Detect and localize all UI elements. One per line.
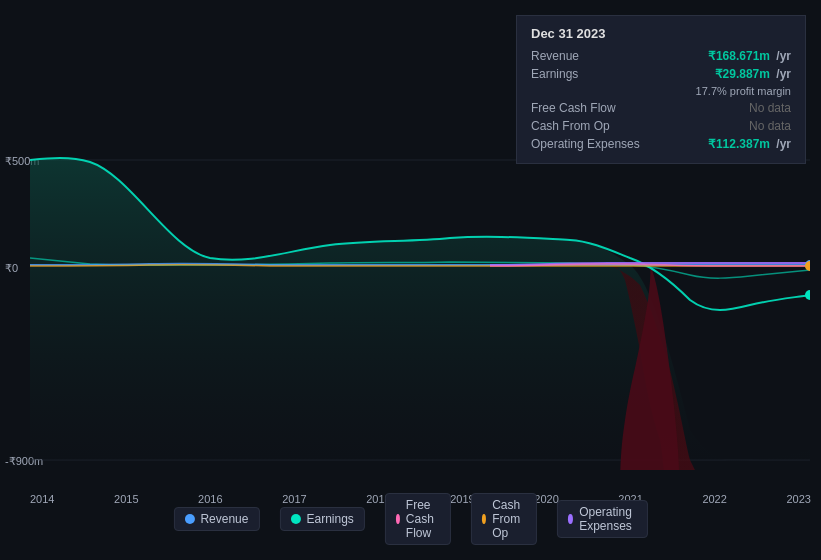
opex-legend-dot bbox=[568, 514, 573, 524]
legend-item-revenue[interactable]: Revenue bbox=[173, 507, 259, 531]
legend-item-fcf[interactable]: Free Cash Flow bbox=[385, 493, 451, 545]
legend-item-earnings[interactable]: Earnings bbox=[279, 507, 364, 531]
tooltip-row-cashfromop: Cash From Op No data bbox=[531, 117, 791, 135]
earnings-legend-label: Earnings bbox=[306, 512, 353, 526]
fcf-legend-dot bbox=[396, 514, 400, 524]
tooltip-row-fcf: Free Cash Flow No data bbox=[531, 99, 791, 117]
revenue-legend-label: Revenue bbox=[200, 512, 248, 526]
earnings-label: Earnings bbox=[531, 67, 651, 81]
earnings-legend-dot bbox=[290, 514, 300, 524]
legend-item-cashfromop[interactable]: Cash From Op bbox=[471, 493, 537, 545]
fcf-legend-label: Free Cash Flow bbox=[406, 498, 440, 540]
tooltip-row-earnings: Earnings ₹29.887m /yr bbox=[531, 65, 791, 83]
y-label-mid: ₹0 bbox=[5, 262, 18, 275]
tooltip-row-opex: Operating Expenses ₹112.387m /yr bbox=[531, 135, 791, 153]
tooltip-card: Dec 31 2023 Revenue ₹168.671m /yr Earnin… bbox=[516, 15, 806, 164]
tooltip-row-profit-margin: 17.7% profit margin bbox=[531, 83, 791, 99]
x-label-2022: 2022 bbox=[702, 493, 726, 505]
revenue-label: Revenue bbox=[531, 49, 651, 63]
cashfromop-label: Cash From Op bbox=[531, 119, 651, 133]
earnings-value: ₹29.887m /yr bbox=[715, 67, 791, 81]
revenue-legend-dot bbox=[184, 514, 194, 524]
fcf-label: Free Cash Flow bbox=[531, 101, 651, 115]
chart-container: Dec 31 2023 Revenue ₹168.671m /yr Earnin… bbox=[0, 0, 821, 560]
chart-legend: Revenue Earnings Free Cash Flow Cash Fro… bbox=[173, 493, 647, 545]
tooltip-date: Dec 31 2023 bbox=[531, 26, 791, 41]
tooltip-row-revenue: Revenue ₹168.671m /yr bbox=[531, 47, 791, 65]
cashfromop-value: No data bbox=[749, 119, 791, 133]
opex-legend-label: Operating Expenses bbox=[579, 505, 636, 533]
x-label-2015: 2015 bbox=[114, 493, 138, 505]
fcf-value: No data bbox=[749, 101, 791, 115]
revenue-value: ₹168.671m /yr bbox=[708, 49, 791, 63]
profit-margin-text: 17.7% profit margin bbox=[696, 85, 791, 97]
cashfromop-legend-label: Cash From Op bbox=[492, 498, 526, 540]
chart-svg bbox=[30, 150, 810, 470]
cashfromop-legend-dot bbox=[482, 514, 486, 524]
earnings-dot bbox=[805, 290, 810, 300]
opex-label: Operating Expenses bbox=[531, 137, 651, 151]
opex-value: ₹112.387m /yr bbox=[708, 137, 791, 151]
x-label-2014: 2014 bbox=[30, 493, 54, 505]
x-label-2023: 2023 bbox=[786, 493, 810, 505]
legend-item-opex[interactable]: Operating Expenses bbox=[557, 500, 648, 538]
